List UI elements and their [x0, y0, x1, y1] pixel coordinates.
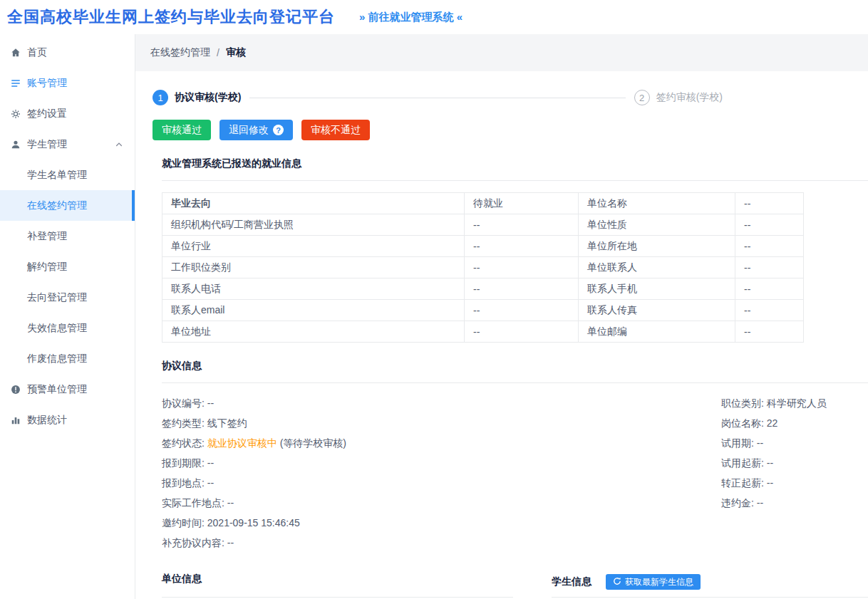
bottom-sections: 单位信息 学生信息 获取最新学生信息 [162, 573, 868, 598]
approve-button[interactable]: 审核通过 [153, 120, 211, 140]
sidebar-item[interactable]: 失效信息管理 [0, 313, 135, 343]
info-row: 补充协议内容: -- [162, 537, 721, 548]
employment-info-section: 就业管理系统已报送的就业信息 毕业去向待就业单位名称--组织机构代码/工商营业执… [162, 157, 868, 343]
refresh-student-info-button[interactable]: 获取最新学生信息 [606, 574, 701, 590]
table-cell-value: 待就业 [465, 193, 579, 214]
info-value: -- [207, 457, 214, 469]
chevron-up-icon [115, 140, 123, 149]
sidebar-item[interactable]: 首页 [0, 37, 135, 68]
info-value: -- [227, 537, 234, 548]
table-row: 毕业去向待就业单位名称-- [162, 193, 804, 214]
info-label: 报到地点: [162, 477, 207, 489]
employment-info-title: 就业管理系统已报送的就业信息 [162, 157, 301, 169]
info-label: 签约类型: [162, 417, 207, 429]
table-cell-value: -- [735, 321, 804, 343]
info-label: 试用期: [721, 437, 757, 449]
table-row: 工作职位类别--单位联系人-- [162, 257, 804, 278]
reject-button[interactable]: 审核不通过 [301, 120, 370, 140]
info-value: -- [757, 437, 763, 449]
table-row: 联系人email--联系人传真-- [162, 300, 804, 321]
employment-table: 毕业去向待就业单位名称--组织机构代码/工商营业执照--单位性质--单位行业--… [162, 192, 804, 343]
sidebar-item[interactable]: 数据统计 [0, 405, 135, 435]
sidebar-item-label: 在线签约管理 [27, 199, 87, 212]
info-row: 试用起薪: -- [721, 457, 868, 469]
info-label: 实际工作地点: [162, 497, 227, 509]
table-cell-value: -- [465, 278, 579, 300]
student-icon [10, 139, 21, 150]
info-label: 职位类别: [721, 397, 767, 409]
agreement-info-title: 协议信息 [162, 360, 202, 371]
table-row: 组织机构代码/工商营业执照--单位性质-- [162, 214, 804, 236]
sidebar-item-label: 数据统计 [27, 414, 67, 427]
table-cell-value: -- [465, 300, 579, 321]
table-cell-label: 毕业去向 [162, 193, 465, 214]
sidebar-item[interactable]: 签约设置 [0, 98, 135, 129]
sidebar-item[interactable]: 解约管理 [0, 251, 135, 282]
info-value: 22 [767, 417, 778, 429]
send-back-button-label: 退回修改 [229, 124, 269, 137]
sidebar-item[interactable]: 在线签约管理 [0, 190, 135, 221]
company-info-title: 单位信息 [162, 573, 202, 584]
info-row: 报到期限: -- [162, 457, 721, 469]
info-value: -- [757, 497, 763, 509]
agreement-info-section: 协议信息 协议编号: --签约类型: 线下签约签约状态: 就业协议审核中 (等待… [162, 360, 868, 557]
info-row: 报到地点: -- [162, 477, 721, 489]
info-label: 报到期限: [162, 457, 207, 469]
sidebar-item-label: 账号管理 [27, 77, 67, 90]
sidebar-item[interactable]: 账号管理 [0, 68, 135, 98]
breadcrumb-separator: / [217, 47, 219, 58]
info-suffix: (等待学校审核) [277, 437, 346, 449]
info-label: 转正起薪: [721, 477, 767, 489]
sidebar-item[interactable]: 补登管理 [0, 221, 135, 251]
info-value: 线下签约 [207, 417, 247, 429]
sidebar-item[interactable]: 预警单位管理 [0, 374, 135, 405]
main-area: 在线签约管理 / 审核 1 协议审核(学校) 2 签约审核(学校) 审核通过 [135, 34, 868, 599]
gear-icon [10, 108, 21, 120]
sidebar-item[interactable]: 学生名单管理 [0, 160, 135, 190]
table-cell-label: 单位名称 [579, 193, 735, 214]
table-cell-value: -- [465, 214, 579, 236]
info-row: 岗位名称: 22 [721, 417, 868, 429]
info-label: 岗位名称: [721, 417, 767, 429]
info-label: 邀约时间: [162, 517, 207, 528]
info-value: 就业协议审核中 [207, 437, 277, 449]
table-cell-value: -- [735, 236, 804, 257]
approve-button-label: 审核通过 [162, 124, 202, 137]
table-cell-value: -- [735, 300, 804, 321]
sidebar-item-label: 失效信息管理 [27, 322, 87, 335]
goto-employment-system-link[interactable]: » 前往就业管理系统 « [359, 11, 463, 24]
table-cell-label: 联系人手机 [579, 278, 735, 300]
table-cell-value: -- [735, 257, 804, 278]
info-row: 协议编号: -- [162, 397, 721, 409]
info-row: 签约类型: 线下签约 [162, 417, 721, 429]
sidebar-item[interactable]: 作废信息管理 [0, 343, 135, 374]
sidebar-item-label: 学生名单管理 [27, 169, 87, 182]
main-layout: 首页账号管理签约设置学生管理学生名单管理在线签约管理补登管理解约管理去向登记管理… [0, 34, 868, 599]
info-row: 违约金: -- [721, 497, 868, 509]
sidebar-item[interactable]: 去向登记管理 [0, 282, 135, 313]
table-cell-label: 工作职位类别 [162, 257, 465, 278]
step-signing-review: 2 签约审核(学校) [634, 90, 723, 105]
table-cell-label: 单位行业 [162, 236, 465, 257]
table-row: 联系人电话--联系人手机-- [162, 278, 804, 300]
sidebar-item-label: 补登管理 [27, 230, 67, 243]
info-value: -- [207, 477, 214, 489]
table-cell-value: -- [465, 257, 579, 278]
info-row: 邀约时间: 2021-09-15 15:46:45 [162, 517, 721, 528]
refresh-icon [613, 577, 621, 588]
step-indicator: 1 协议审核(学校) 2 签约审核(学校) [153, 90, 723, 105]
send-back-button[interactable]: 退回修改 ? [219, 120, 293, 140]
sidebar-item[interactable]: 学生管理 [0, 129, 135, 160]
breadcrumb-parent[interactable]: 在线签约管理 [150, 46, 210, 59]
info-value: -- [767, 457, 773, 469]
sidebar-item-label: 预警单位管理 [27, 383, 87, 396]
refresh-student-info-label: 获取最新学生信息 [625, 576, 693, 588]
table-cell-value: -- [465, 321, 579, 343]
table-cell-label: 单位地址 [162, 321, 465, 343]
info-label: 试用起薪: [721, 457, 767, 469]
agreement-info-left-column: 协议编号: --签约类型: 线下签约签约状态: 就业协议审核中 (等待学校审核)… [162, 397, 721, 557]
sidebar-item-label: 首页 [27, 46, 47, 59]
content-panel: 1 协议审核(学校) 2 签约审核(学校) 审核通过 退回修改 ? [135, 71, 868, 599]
action-bar: 审核通过 退回修改 ? 审核不通过 [153, 120, 868, 140]
sidebar-item-label: 学生管理 [27, 138, 67, 151]
